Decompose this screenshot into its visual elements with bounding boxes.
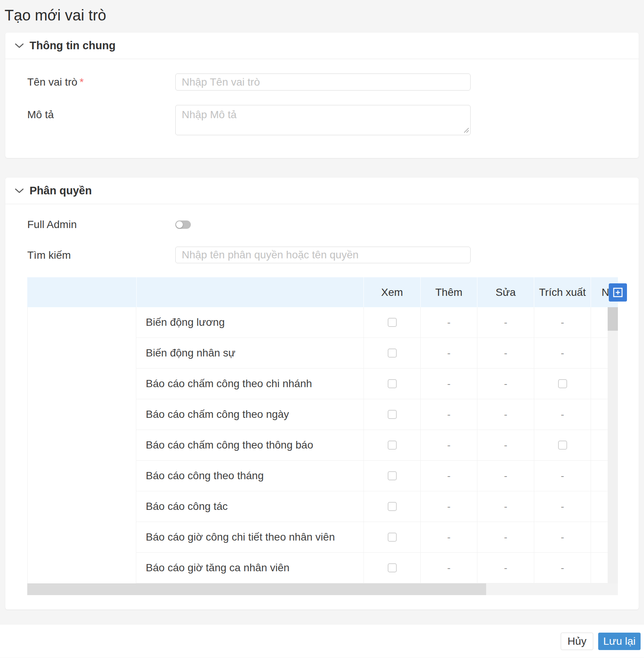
column-header-export: Trích xuất <box>534 277 591 307</box>
permission-dash: - <box>504 470 507 482</box>
cell-clipped <box>591 461 608 491</box>
description-label: Mô tả <box>27 105 175 135</box>
cell-add: - <box>420 461 477 491</box>
permission-dash: - <box>504 501 507 513</box>
footer-bar: Hủy Lưu lại <box>0 625 644 658</box>
plus-square-icon <box>612 287 624 298</box>
cell-view <box>363 430 420 460</box>
cell-export: - <box>534 399 591 430</box>
permission-table-header: Xem Thêm Sửa Trích xuất N <box>27 277 618 307</box>
permission-dash: - <box>504 409 507 420</box>
permission-dash: - <box>504 378 507 390</box>
permission-dash: - <box>561 562 564 574</box>
horizontal-scrollbar-thumb[interactable] <box>27 583 486 595</box>
permission-checkbox[interactable] <box>558 379 567 388</box>
table-rows: Biến động lương---Biến động nhân sự---Bá… <box>136 307 608 583</box>
permission-name: Báo cáo chấm công theo chi nhánh <box>136 369 363 399</box>
table-row: Báo cáo chấm công theo ngày--- <box>136 399 608 430</box>
general-info-card: Thông tin chung Tên vai trò* Mô tả <box>5 33 639 158</box>
toggle-knob <box>176 221 183 228</box>
permission-name: Báo cáo công theo tháng <box>136 461 363 491</box>
full-admin-toggle[interactable] <box>175 220 191 229</box>
cell-add: - <box>420 338 477 368</box>
permission-dash: - <box>561 409 564 420</box>
permission-name: Biến động lương <box>136 307 363 338</box>
cell-add: - <box>420 369 477 399</box>
cell-export: - <box>534 461 591 491</box>
cell-view <box>363 369 420 399</box>
cell-export: - <box>534 491 591 522</box>
permission-dash: - <box>504 562 507 574</box>
permission-name: Báo cáo giờ tăng ca nhân viên <box>136 553 363 583</box>
cell-add: - <box>420 553 477 583</box>
column-header-name <box>136 277 363 307</box>
permission-checkbox[interactable] <box>388 563 397 572</box>
permission-dash: - <box>447 378 451 390</box>
cell-edit: - <box>477 553 534 583</box>
permission-name: Báo cáo giờ công chi tiết theo nhân viên <box>136 522 363 552</box>
required-asterisk: * <box>80 76 84 88</box>
cell-clipped <box>591 369 608 399</box>
permission-dash: - <box>447 531 451 543</box>
cell-clipped <box>591 522 608 552</box>
permission-dash: - <box>447 409 451 420</box>
permission-checkbox[interactable] <box>388 379 397 388</box>
permission-checkbox[interactable] <box>388 410 397 419</box>
column-header-edit: Sửa <box>477 277 534 307</box>
vertical-scrollbar-thumb[interactable] <box>608 307 618 331</box>
permission-checkbox[interactable] <box>388 318 397 327</box>
cancel-button[interactable]: Hủy <box>561 633 593 650</box>
permission-checkbox[interactable] <box>388 502 397 511</box>
cell-add: - <box>420 399 477 430</box>
table-row: Báo cáo công tác--- <box>136 491 608 522</box>
cell-export: - <box>534 553 591 583</box>
table-row: Biến động lương--- <box>136 307 608 338</box>
permission-dash: - <box>447 347 451 359</box>
permission-name: Biến động nhân sự <box>136 338 363 368</box>
cell-export: - <box>534 522 591 552</box>
table-row: Biến động nhân sự--- <box>136 338 608 369</box>
description-textarea[interactable] <box>175 105 471 135</box>
permission-dash: - <box>561 470 564 482</box>
permission-name: Báo cáo công tác <box>136 491 363 522</box>
general-info-section-header[interactable]: Thông tin chung <box>5 33 639 59</box>
permissions-section-header[interactable]: Phân quyền <box>5 178 639 204</box>
permission-search-input[interactable] <box>175 247 471 263</box>
role-name-input[interactable] <box>175 73 471 91</box>
cell-edit: - <box>477 461 534 491</box>
permission-dash: - <box>447 470 451 482</box>
table-row: Báo cáo giờ công chi tiết theo nhân viên… <box>136 522 608 553</box>
permission-dash: - <box>447 562 451 574</box>
cell-view <box>363 307 420 338</box>
permission-dash: - <box>504 347 507 359</box>
cell-export <box>534 430 591 460</box>
permission-name: Báo cáo chấm công theo ngày <box>136 399 363 430</box>
cell-view <box>363 522 420 552</box>
permission-dash: - <box>447 439 451 451</box>
permission-dash: - <box>561 317 564 328</box>
chevron-down-icon <box>14 43 24 49</box>
horizontal-scrollbar[interactable] <box>27 583 618 595</box>
permission-dash: - <box>504 317 507 328</box>
cell-add: - <box>420 307 477 338</box>
column-header-add: Thêm <box>420 277 477 307</box>
cell-view <box>363 399 420 430</box>
role-name-label: Tên vai trò* <box>27 73 175 91</box>
permissions-card: Phân quyền Full Admin Tìm kiếm Xem Thêm … <box>5 178 639 610</box>
permission-checkbox[interactable] <box>388 471 397 480</box>
cell-add: - <box>420 491 477 522</box>
permission-checkbox[interactable] <box>388 533 397 542</box>
save-button[interactable]: Lưu lại <box>598 633 641 650</box>
resize-handle-icon[interactable] <box>463 127 469 133</box>
permission-checkbox[interactable] <box>388 441 397 450</box>
column-header-view: Xem <box>363 277 420 307</box>
vertical-scrollbar[interactable] <box>608 307 618 583</box>
permission-dash: - <box>561 347 564 359</box>
permission-name: Báo cáo chấm công theo thông báo <box>136 430 363 460</box>
permission-checkbox[interactable] <box>388 349 397 358</box>
permission-dash: - <box>447 501 451 513</box>
expand-columns-button[interactable] <box>609 283 627 302</box>
permission-checkbox[interactable] <box>558 441 567 450</box>
cell-view <box>363 461 420 491</box>
section-title: Thông tin chung <box>30 39 115 52</box>
